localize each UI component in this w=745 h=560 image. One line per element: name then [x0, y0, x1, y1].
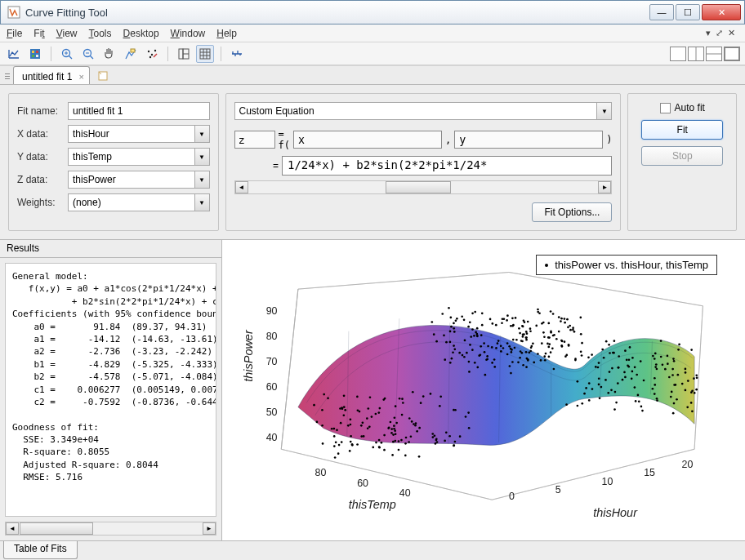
svg-point-97 — [541, 342, 543, 344]
tab-close-icon[interactable]: × — [78, 72, 83, 82]
svg-point-345 — [506, 314, 509, 317]
y-data-combo[interactable]: thisTemp▼ — [68, 148, 210, 166]
svg-point-235 — [574, 359, 577, 362]
plot-legend: thisPower vs. thisHour, thisTemp — [536, 255, 717, 275]
svg-rect-2 — [32, 51, 34, 53]
svg-point-88 — [495, 324, 497, 327]
app-tile-icon[interactable] — [26, 45, 44, 63]
svg-point-131 — [511, 351, 513, 353]
layout-max-icon[interactable] — [724, 47, 740, 61]
svg-point-316 — [453, 344, 455, 347]
z-data-value: thisPower — [73, 174, 116, 185]
svg-point-164 — [607, 392, 609, 394]
svg-text:0: 0 — [509, 491, 515, 502]
svg-point-33 — [486, 355, 488, 358]
svg-point-242 — [453, 327, 455, 330]
svg-point-329 — [333, 435, 336, 438]
svg-point-82 — [350, 435, 352, 438]
svg-point-186 — [561, 345, 564, 348]
svg-point-68 — [497, 342, 499, 344]
scroll-right-icon[interactable]: ► — [598, 181, 611, 193]
eq-arg2-input[interactable] — [454, 131, 603, 149]
scroll-left-icon[interactable]: ◄ — [6, 522, 19, 535]
minimize-button[interactable]: — — [649, 4, 674, 20]
mdi-close-icon[interactable]: ✕ — [728, 28, 735, 38]
new-tab-button[interactable] — [95, 68, 113, 84]
results-scrollbar[interactable]: ◄ ► — [5, 522, 216, 536]
svg-point-385 — [522, 333, 524, 336]
svg-rect-4 — [32, 55, 34, 57]
eq-arg1-input[interactable] — [293, 131, 442, 149]
fit-button[interactable]: Fit — [641, 120, 723, 140]
scroll-left-icon[interactable]: ◄ — [235, 181, 248, 193]
svg-point-436 — [501, 322, 503, 324]
menu-view[interactable]: View — [56, 28, 78, 39]
z-data-combo[interactable]: thisPower▼ — [68, 171, 210, 189]
svg-point-199 — [404, 455, 407, 457]
svg-point-197 — [540, 359, 542, 362]
table-grid-icon[interactable] — [196, 45, 214, 63]
tabstrip-handle[interactable] — [5, 68, 10, 84]
results-panel: Results General model: f(x,y) = a0 + a1*… — [0, 240, 222, 540]
residuals-plot-icon[interactable] — [228, 45, 246, 63]
svg-point-137 — [432, 436, 435, 438]
fit-options-button[interactable]: Fit Options... — [532, 202, 612, 222]
svg-point-28 — [341, 441, 343, 443]
svg-point-433 — [567, 326, 569, 328]
menu-fit[interactable]: Fit — [33, 28, 44, 39]
mdi-restore-icon[interactable]: ⤢ — [716, 28, 723, 38]
eq-lhs-input[interactable] — [234, 131, 275, 149]
scroll-thumb[interactable] — [20, 522, 93, 535]
svg-point-103 — [462, 354, 464, 357]
close-button[interactable]: ✕ — [702, 4, 741, 20]
menu-window[interactable]: Window — [171, 28, 206, 39]
zoom-out-icon[interactable] — [79, 45, 97, 63]
exclude-outliers-icon[interactable] — [143, 45, 161, 63]
axes-grid-icon[interactable] — [175, 45, 193, 63]
auto-fit-checkbox[interactable]: Auto fit — [660, 102, 705, 113]
menu-desktop[interactable]: Desktop — [123, 28, 159, 39]
layout-v-split-icon[interactable] — [706, 47, 722, 61]
svg-point-277 — [349, 450, 351, 452]
eq-body-input[interactable]: 1/24*x) + b2*sin(2*2*pi*1/24* — [282, 156, 612, 176]
svg-point-207 — [451, 358, 453, 360]
x-data-combo[interactable]: thisHour▼ — [68, 125, 210, 143]
menu-help[interactable]: Help — [216, 28, 237, 39]
svg-point-98 — [392, 441, 395, 443]
layout-h-split-icon[interactable] — [688, 47, 704, 61]
maximize-button[interactable]: ☐ — [676, 4, 700, 20]
svg-point-174 — [508, 345, 511, 348]
svg-point-204 — [695, 389, 698, 391]
fit-actions-panel: Auto fit Fit Stop — [627, 93, 737, 231]
data-cursor-icon[interactable] — [122, 45, 140, 63]
pan-icon[interactable] — [100, 45, 118, 63]
eq-scrollbar[interactable]: ◄ ► — [234, 180, 613, 194]
fit-type-value: Custom Equation — [239, 105, 315, 117]
svg-point-100 — [356, 443, 359, 446]
fit-type-combo[interactable]: Custom Equation▼ — [234, 102, 613, 120]
svg-point-95 — [643, 380, 645, 382]
scroll-right-icon[interactable]: ► — [203, 522, 216, 535]
svg-point-200 — [464, 340, 466, 342]
svg-point-426 — [662, 363, 664, 366]
layout-single-icon[interactable] — [670, 47, 686, 61]
svg-point-266 — [547, 346, 550, 349]
svg-point-55 — [623, 371, 626, 374]
menu-file[interactable]: File — [7, 28, 22, 39]
svg-point-404 — [480, 353, 482, 356]
svg-point-220 — [618, 367, 620, 369]
scroll-thumb[interactable] — [386, 181, 451, 193]
weights-label: Weights: — [17, 197, 63, 208]
weights-combo[interactable]: (none)▼ — [68, 193, 210, 211]
tab-table-of-fits[interactable]: Table of Fits — [3, 541, 78, 559]
menu-tools[interactable]: Tools — [89, 28, 112, 39]
svg-point-92 — [390, 428, 393, 430]
tab-untitled-fit-1[interactable]: untitled fit 1 × — [13, 66, 90, 84]
svg-point-367 — [497, 340, 500, 342]
zoom-in-icon[interactable] — [58, 45, 76, 63]
fit-name-input[interactable] — [68, 102, 210, 120]
mdi-minimize-icon[interactable]: ▾ — [706, 28, 711, 38]
svg-point-427 — [561, 340, 564, 343]
main-plot-icon[interactable] — [5, 45, 23, 63]
plot-area[interactable]: thisPower vs. thisHour, thisTemp — [222, 240, 745, 540]
